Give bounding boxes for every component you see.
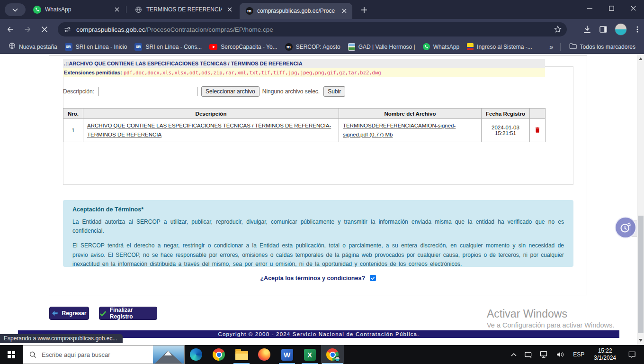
bookmark-star-icon[interactable] (554, 25, 562, 34)
stop-icon (41, 26, 48, 33)
finalizar-registro-button[interactable]: Finalizar Registro (99, 307, 157, 320)
taskbar-search[interactable]: Escribe aquí para buscar (23, 345, 185, 364)
col-actions (530, 109, 546, 119)
plus-icon (361, 7, 367, 13)
side-panel-icon[interactable] (599, 25, 608, 34)
forward-button[interactable] (21, 23, 34, 36)
tablet-mode-icon[interactable] (521, 345, 535, 364)
profile-avatar[interactable] (615, 23, 627, 36)
scrollbar-thumb[interactable] (638, 216, 644, 333)
accept-terms-row: ¿Acepta los términos y condiciones? (49, 275, 587, 282)
activate-windows-watermark: Activar Windows Ve a Configuración para … (487, 307, 624, 330)
all-bookmarks-button[interactable]: Todos los marcadores (565, 41, 639, 53)
session-timer-widget[interactable] (615, 217, 636, 238)
tab-terminos-referencia[interactable]: TERMINOS DE REFERENCIA CAM (129, 0, 238, 19)
taskbar-excel[interactable]: X (298, 345, 321, 364)
clock[interactable]: 15:22 3/1/2024 (590, 347, 620, 362)
descripcion-link[interactable]: ARCHIVO QUE CONTIENE LAS ESPECIFICACIONE… (87, 123, 331, 137)
menu-dots-icon[interactable] (634, 26, 641, 33)
tab-separator (126, 6, 126, 13)
cell-fecha: 2024-01-0315:21:51 (482, 119, 530, 142)
table-row: 1 ARCHIVO QUE CONTIENE LAS ESPECIFICACIO… (63, 119, 546, 142)
descripcion-input[interactable] (98, 87, 197, 96)
stop-loading-button[interactable] (38, 23, 51, 36)
globe-icon (9, 42, 16, 51)
notification-center-button[interactable] (622, 345, 642, 364)
gad-icon (348, 43, 355, 51)
close-button[interactable] (622, 0, 644, 16)
file-explorer-icon (235, 351, 248, 360)
tab-compraspublicas-active[interactable]: m compraspublicas.gob.ec/Proce (240, 3, 352, 19)
tab-close-icon[interactable] (340, 7, 349, 15)
taskbar-file-explorer[interactable] (230, 345, 253, 364)
system-tray: ESP 15:22 3/1/2024 (508, 345, 644, 364)
back-button[interactable] (4, 23, 17, 36)
new-tab-button[interactable] (358, 4, 370, 16)
ecuador-coat-icon (467, 43, 474, 50)
taskbar-chrome-active[interactable] (321, 345, 344, 364)
bookmark-nueva-pestana[interactable]: Nueva pestaña (5, 41, 61, 53)
search-placeholder: Escribe aquí para buscar (42, 351, 110, 358)
tab-title: compraspublicas.gob.ec/Proce (257, 8, 336, 14)
start-button[interactable] (0, 345, 23, 364)
upload-button[interactable]: Subir (323, 86, 345, 97)
taskbar-firefox[interactable] (253, 345, 276, 364)
maximize-button[interactable] (600, 0, 622, 16)
col-nombre-archivo: Nombre del Archivo (339, 109, 482, 119)
youtube-icon (209, 44, 217, 50)
volume-icon[interactable] (553, 345, 567, 364)
browser-toolbar: compraspublicas.gob.ec/ProcesoContrataci… (0, 19, 644, 40)
bookmark-ingreso-sistema[interactable]: Ingreso al Sistema -... (463, 42, 536, 52)
profile-mini-avatar (335, 356, 340, 362)
bookmarks-bar: Nueva pestaña SRI SRI en Línea - Inicio … (0, 40, 644, 54)
tab-whatsapp[interactable]: WhatsApp (27, 0, 125, 19)
bookmark-sri-inicio[interactable]: SRI SRI en Línea - Inicio (61, 42, 131, 52)
descripcion-label: Descripción: (63, 88, 94, 95)
sercop-icon: m (285, 43, 293, 51)
taskbar-edge[interactable] (185, 345, 207, 364)
bookmarks-overflow-button[interactable]: » (547, 43, 555, 51)
bookmark-sercop-agosto[interactable]: m SERCOP: Agosto (281, 42, 344, 52)
search-highlight-image[interactable] (153, 346, 184, 364)
site-settings-icon[interactable] (63, 26, 72, 34)
whatsapp-icon (423, 43, 430, 50)
cell-descripcion: ARCHIVO QUE CONTIENE LAS ESPECIFICACIONE… (83, 119, 339, 142)
tab-search-button[interactable] (5, 3, 26, 16)
notification-icon (627, 350, 636, 359)
tab-close-icon[interactable] (113, 5, 121, 14)
bookmark-sercopcapacita[interactable]: SercopCapacita - Yo... (206, 42, 281, 52)
table-header-row: Nro. Descripción Nombre del Archivo Fech… (63, 109, 546, 119)
regresar-button[interactable]: Regresar (49, 307, 89, 320)
tab-close-icon[interactable] (225, 5, 234, 14)
language-indicator[interactable]: ESP (569, 345, 588, 364)
bookmark-sri-consultas[interactable]: SRI SRI en Línea - Cons... (131, 42, 206, 52)
trash-icon[interactable] (534, 126, 541, 134)
archivo-link[interactable]: TERMINOSDEREFERENCIACAMION-signed-signed… (343, 123, 456, 137)
chrome-icon (213, 348, 225, 361)
files-table: Nro. Descripción Nombre del Archivo Fech… (63, 108, 546, 142)
url-text[interactable]: compraspublicas.gob.ec/ProcesoContrataci… (76, 26, 554, 33)
network-icon[interactable] (537, 345, 551, 364)
bookmark-gad-valle-hermoso[interactable]: GAD | Valle Hermoso | (344, 42, 419, 52)
accept-terms-checkbox[interactable] (370, 275, 376, 281)
back-icon (6, 25, 15, 34)
address-bar[interactable]: compraspublicas.gob.ec/ProcesoContrataci… (58, 22, 567, 36)
taskbar-chrome[interactable] (207, 345, 230, 364)
col-nro: Nro. (63, 109, 83, 119)
select-file-button[interactable]: Seleccionar archivo (201, 86, 259, 97)
extensions-label: Extensiones pemitidas: (63, 70, 122, 75)
download-icon[interactable] (582, 25, 592, 34)
search-icon (29, 351, 37, 359)
minimize-button[interactable] (579, 0, 600, 16)
bookmark-whatsapp[interactable]: WhatsApp (419, 42, 463, 52)
scroll-up-arrow-icon[interactable] (639, 57, 643, 60)
terms-paragraph-2: El SERCOP tendrá el derecho a negar, res… (72, 241, 564, 269)
sercop-favicon: m (246, 7, 253, 15)
scroll-down-arrow-icon[interactable] (639, 339, 643, 342)
tray-expand-button[interactable] (508, 345, 519, 364)
page-scrollbar[interactable] (637, 54, 644, 345)
taskbar-word[interactable]: W (276, 345, 298, 364)
sri-icon: SRI (65, 43, 72, 51)
chevron-down-icon (12, 8, 18, 12)
bookmarks-right-group: » Todos los marcadores (547, 41, 639, 53)
